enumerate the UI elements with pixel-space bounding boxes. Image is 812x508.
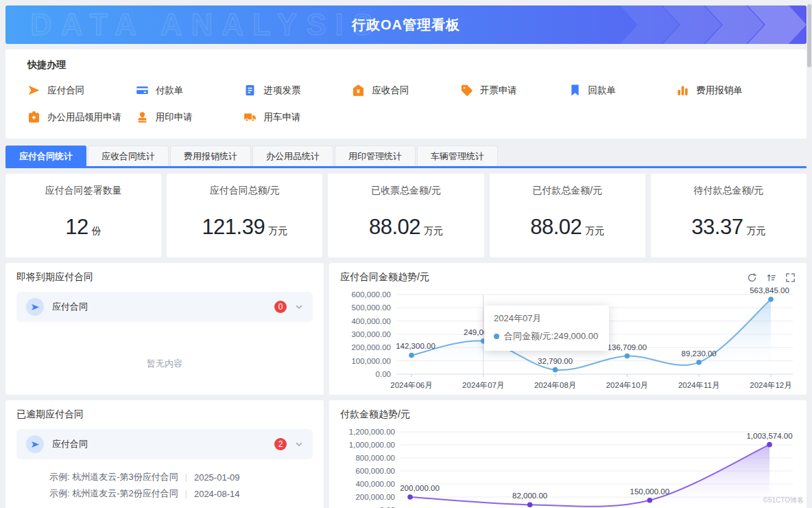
stamp-icon [136, 111, 149, 124]
chevron-down-icon[interactable] [295, 303, 303, 311]
tab-6[interactable]: 车辆管理统计 [417, 146, 498, 166]
quick-action-label: 用车申请 [263, 111, 300, 124]
payment-trend-chart: 1,200,000.001,000,000.00800,000.00600,00… [340, 424, 796, 508]
stat-card: 已付款总金额/元88.02万元 [490, 174, 645, 257]
quick-action-item[interactable]: 用印申请 [136, 111, 244, 124]
tab-3[interactable]: 费用报销统计 [170, 146, 251, 166]
expiring-contracts-panel: 即将到期应付合同 应付合同 0 暂无内容 [5, 263, 324, 395]
svg-text:82,000.00: 82,000.00 [512, 492, 547, 500]
group-label: 应付合同 [52, 301, 274, 313]
stat-value-unit: 万元 [424, 225, 443, 236]
quick-action-item[interactable]: 进项发票 [243, 84, 352, 97]
stat-card: 待付款总金额/元33.37万元 [651, 174, 807, 257]
stat-value-number: 121.39 [202, 215, 265, 239]
header-banner: DATA ANALYSIS 行政OA管理看板 [5, 5, 807, 44]
payable-trend-chart: 2024年07月 合同金额/元:249,000.00 600,000.00500… [340, 286, 796, 395]
quick-action-label: 开票申请 [480, 84, 517, 97]
svg-text:400,000.00: 400,000.00 [355, 480, 395, 488]
item-divider: | [185, 472, 187, 482]
stat-card: 应付合同总额/元121.39万元 [167, 174, 322, 257]
quick-action-label: 进项发票 [263, 84, 300, 97]
bookmark-icon [569, 84, 582, 97]
stat-value-number: 88.02 [369, 215, 420, 239]
vertical-scrollbar[interactable] [807, 4, 811, 67]
quick-actions-panel: 快捷办理 应付合同付款单进项发票¥应收合同开票申请回款单费用报销单办公用品领用申… [5, 49, 807, 139]
svg-text:2024年07月: 2024年07月 [462, 381, 504, 389]
svg-text:1,200,000.00: 1,200,000.00 [349, 428, 395, 436]
stat-value-unit: 万元 [268, 225, 287, 236]
chart-tooltip: 2024年07月 合同金额/元:249,000.00 [484, 305, 609, 351]
quick-action-item[interactable]: 开票申请 [460, 84, 569, 97]
send-icon [26, 298, 44, 316]
svg-text:2024年12月: 2024年12月 [750, 381, 791, 389]
overdue-item-name: 示例: 杭州道友云-第2份应付合同 [49, 487, 178, 500]
svg-text:32,790.00: 32,790.00 [538, 357, 573, 365]
bar-chart-icon [676, 84, 689, 97]
chevron-down-icon[interactable] [295, 440, 303, 448]
page-title: 行政OA管理看板 [5, 16, 807, 34]
quick-action-item[interactable]: 付款单 [136, 84, 244, 97]
quick-action-item[interactable]: 费用报销单 [676, 84, 785, 97]
svg-text:500,000.00: 500,000.00 [351, 303, 391, 312]
stat-card: 应付合同签署数量12份 [5, 174, 161, 257]
overdue-contract-group[interactable]: 应付合同 2 [16, 429, 313, 459]
site-watermark: ©51CTO博客 [763, 496, 804, 505]
stat-cards-row: 应付合同签署数量12份应付合同总额/元121.39万元已收票总金额/元88.02… [5, 174, 807, 257]
svg-text:89,230.00: 89,230.00 [682, 349, 717, 358]
svg-text:300,000.00: 300,000.00 [351, 330, 391, 338]
quick-action-item[interactable]: 办公用品领用申请 [27, 111, 136, 124]
sort-icon[interactable] [766, 273, 776, 283]
tooltip-value: 合同金额/元:249,000.00 [504, 330, 598, 343]
refresh-icon[interactable] [747, 273, 757, 283]
receivable-icon: ¥ [352, 84, 365, 97]
tab-1[interactable]: 应付合同统计 [5, 146, 86, 166]
group-label: 应付合同 [52, 438, 274, 450]
quick-action-item[interactable]: ¥应收合同 [352, 84, 460, 97]
stat-value-number: 12 [65, 215, 88, 239]
fullscreen-icon[interactable] [785, 273, 796, 283]
stat-card-value: 33.37万元 [651, 215, 807, 240]
svg-text:1,000,000.00: 1,000,000.00 [349, 441, 395, 449]
count-badge: 0 [274, 301, 287, 313]
svg-text:136,709.00: 136,709.00 [608, 343, 647, 351]
tab-4[interactable]: 办公用品统计 [252, 146, 333, 166]
item-divider: | [185, 489, 187, 498]
quick-action-item[interactable]: 应付合同 [27, 84, 136, 97]
quick-action-item[interactable]: 回款单 [569, 84, 677, 97]
svg-text:2024年06月: 2024年06月 [390, 381, 432, 389]
payment-trend-svg[interactable]: 1,200,000.001,000,000.00800,000.00600,00… [340, 424, 796, 508]
tabs: 应付合同统计应收合同统计费用报销统计办公用品统计用印管理统计车辆管理统计 [5, 146, 807, 166]
svg-text:1,003,574.00: 1,003,574.00 [746, 432, 792, 440]
panel-title: 已逾期应付合同 [16, 408, 313, 421]
stat-card-label: 应付合同签署数量 [5, 185, 161, 197]
svg-text:400,000.00: 400,000.00 [351, 317, 391, 325]
svg-text:600,000.00: 600,000.00 [355, 467, 395, 475]
chart-title: 应付合同金额趋势/元 [340, 271, 429, 284]
stat-card-label: 已收票总金额/元 [328, 185, 483, 197]
overdue-item-date: 2025-01-09 [194, 472, 240, 483]
svg-text:563,845.00: 563,845.00 [750, 286, 789, 295]
overdue-contract-list: 示例: 杭州道友云-第3份应付合同|2025-01-09示例: 杭州道友云-第2… [16, 469, 313, 502]
stat-card: 已收票总金额/元88.02万元 [328, 174, 483, 257]
main-grid-row1: 即将到期应付合同 应付合同 0 暂无内容 应付合同金额趋势/元 2024年0 [5, 263, 807, 395]
stat-value-unit: 万元 [585, 225, 604, 236]
dashboard-page: DATA ANALYSIS 行政OA管理看板 快捷办理 应付合同付款单进项发票¥… [0, 0, 812, 508]
svg-text:800,000.00: 800,000.00 [355, 454, 395, 462]
svg-text:600,000.00: 600,000.00 [351, 290, 391, 299]
overdue-list-item[interactable]: 示例: 杭州道友云-第2份应付合同|2024-08-14 [49, 485, 313, 502]
tab-5[interactable]: 用印管理统计 [335, 146, 416, 166]
quick-action-item[interactable]: 用车申请 [243, 111, 352, 124]
main-grid-row2: 已逾期应付合同 应付合同 2 示例: 杭州道友云-第3份应付合同|2025-01… [5, 400, 807, 508]
tooltip-category: 2024年07月 [494, 312, 598, 325]
expiring-contract-group[interactable]: 应付合同 0 [16, 292, 313, 322]
stat-card-value: 121.39万元 [167, 215, 322, 240]
overdue-list-item[interactable]: 示例: 杭州道友云-第3份应付合同|2025-01-09 [49, 469, 313, 485]
send-icon [27, 84, 40, 97]
stat-card-value: 12份 [5, 215, 161, 240]
tab-2[interactable]: 应收合同统计 [88, 146, 169, 166]
stats-tabbar: 应付合同统计应收合同统计费用报销统计办公用品统计用印管理统计车辆管理统计 [5, 146, 807, 168]
quick-action-label: 应收合同 [372, 84, 409, 97]
overdue-item-date: 2024-08-14 [194, 489, 240, 499]
stat-card-label: 待付款总金额/元 [651, 185, 807, 197]
count-badge: 2 [274, 438, 287, 450]
